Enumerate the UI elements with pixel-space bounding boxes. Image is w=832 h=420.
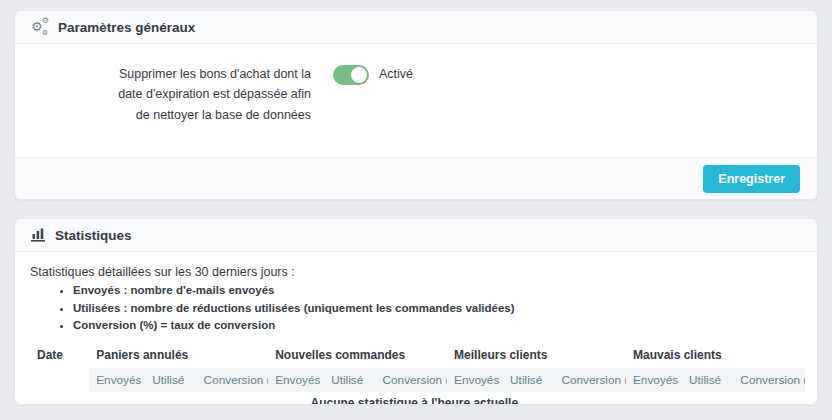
delete-vouchers-form-row: Supprimer les bons d'achat dont la date … [15, 44, 817, 125]
bar-chart-icon [31, 228, 46, 242]
general-settings-title: Paramètres généraux [58, 20, 195, 35]
delete-vouchers-label: Supprimer les bons d'achat dont la date … [103, 64, 311, 125]
subheader-conversion-2: Conversion (%) [376, 368, 448, 392]
subheader-envoyes-4: Envoyés [626, 368, 682, 392]
general-settings-footer: Enregistrer [15, 157, 817, 200]
subheader-spacer [27, 368, 89, 392]
stats-table: Date Paniers annulés Nouvelles commandes… [27, 345, 805, 405]
subheader-utilise-4: Utilisé [682, 368, 733, 392]
column-group-meilleurs-clients: Meilleurs clients [447, 345, 626, 368]
subheader-conversion-3: Conversion (%) [554, 368, 626, 392]
column-group-nouvelles-commandes: Nouvelles commandes [268, 345, 447, 368]
stats-legend: Envoyés : nombre d'e-mails envoyés Utili… [27, 282, 805, 334]
subheader-envoyes-3: Envoyés [447, 368, 503, 392]
subheader-envoyes-1: Envoyés [89, 368, 145, 392]
legend-item-envoyes: Envoyés : nombre d'e-mails envoyés [73, 282, 805, 299]
toggle-state-label: Activé [379, 67, 413, 81]
cogs-icon: ⚙⚙⚙ [31, 19, 49, 36]
subheader-conversion-1: Conversion (%) [197, 368, 269, 392]
general-settings-header: ⚙⚙⚙ Paramètres généraux [15, 11, 817, 44]
subheader-utilise-3: Utilisé [503, 368, 554, 392]
general-settings-body: Supprimer les bons d'achat dont la date … [15, 44, 817, 157]
subheader-envoyes-2: Envoyés [268, 368, 324, 392]
stats-intro: Statistiques détaillées sur les 30 derni… [30, 265, 805, 279]
save-button[interactable]: Enregistrer [703, 165, 800, 193]
toggle-knob [351, 67, 367, 83]
table-group-header-row: Date Paniers annulés Nouvelles commandes… [27, 345, 805, 368]
legend-item-conversion: Conversion (%) = taux de conversion [73, 317, 805, 334]
subheader-conversion-4: Conversion (%) [733, 368, 805, 392]
general-settings-panel: ⚙⚙⚙ Paramètres généraux Supprimer les bo… [14, 10, 818, 200]
column-group-mauvais-clients: Mauvais clients [626, 345, 805, 368]
statistics-title: Statistiques [55, 228, 132, 243]
column-header-date: Date [27, 345, 89, 368]
legend-item-utilisees: Utilisées : nombre de réductions utilisé… [73, 300, 805, 317]
statistics-panel: Statistiques Statistiques détaillées sur… [14, 218, 818, 405]
subheader-utilise-2: Utilisé [324, 368, 375, 392]
empty-state-message: Aucune statistique à l'heure actuelle. [27, 392, 805, 405]
column-group-paniers-annules: Paniers annulés [89, 345, 268, 368]
statistics-header: Statistiques [15, 219, 817, 252]
table-empty-row: Aucune statistique à l'heure actuelle. [27, 392, 805, 405]
statistics-body: Statistiques détaillées sur les 30 derni… [15, 252, 817, 405]
subheader-utilise-1: Utilisé [145, 368, 196, 392]
table-subheader-row: Envoyés Utilisé Conversion (%) Envoyés U… [27, 368, 805, 392]
delete-vouchers-toggle[interactable] [333, 65, 369, 85]
